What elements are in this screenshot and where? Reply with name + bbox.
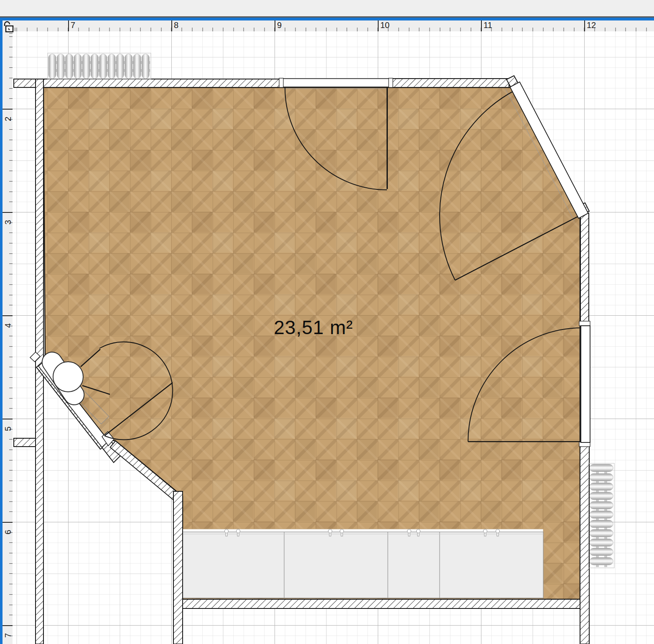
ruler-label: 7	[3, 633, 13, 638]
ruler-label: 3	[3, 220, 13, 225]
ruler-label: 6	[3, 530, 13, 534]
horizontal-ruler-ticks	[13, 28, 654, 31]
cabinet-row[interactable]	[181, 529, 543, 598]
plan-editor-window: 23,51 m² 7 8 9 10 11 12 2 3 4 5 6 7	[0, 0, 654, 644]
unlocked-padlock-icon[interactable]	[3, 21, 14, 33]
vertical-ruler-ticks	[9, 31, 13, 644]
vertical-ruler: 2 3 4 5 6 7	[3, 20, 13, 644]
wall-right-lower[interactable]	[580, 442, 589, 644]
wall-top-right-segment[interactable]	[389, 79, 509, 87]
ruler-label: 10	[380, 20, 389, 30]
toolbar-strip	[0, 0, 654, 16]
wall-right-upper[interactable]	[580, 213, 589, 325]
radiator-right[interactable]	[588, 463, 614, 568]
ruler-label: 9	[277, 20, 282, 30]
focus-border-top	[0, 18, 654, 20]
ruler-label: 4	[3, 323, 13, 328]
wall-left-stub[interactable]	[14, 438, 36, 447]
ruler-label: 2	[3, 117, 13, 121]
ruler-label: 7	[71, 20, 75, 30]
room-area-label: 23,51 m²	[234, 316, 393, 339]
horizontal-ruler: 7 8 9 10 11 12	[13, 20, 654, 31]
ruler-label: 5	[3, 427, 13, 431]
ruler-label: 12	[587, 20, 596, 30]
wall-top-left-segment[interactable]	[14, 79, 283, 87]
wall-bottom[interactable]	[183, 599, 589, 608]
wall-bottom-left-vertical[interactable]	[173, 491, 183, 644]
ruler-label: 11	[484, 20, 492, 30]
door-right-frame	[581, 326, 590, 442]
ruler-label: 8	[174, 20, 178, 30]
focus-border-left	[0, 18, 3, 644]
